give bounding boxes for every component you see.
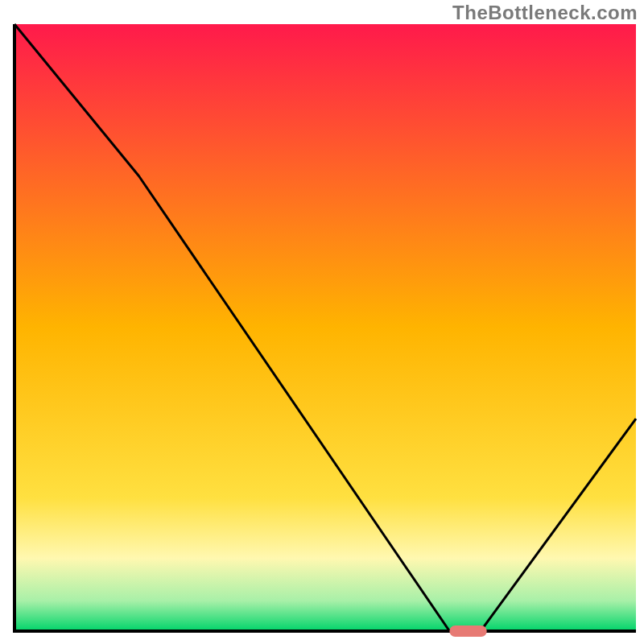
chart-frame: TheBottleneck.com <box>0 0 644 644</box>
plot-background <box>14 24 636 631</box>
optimal-range-marker <box>449 625 486 637</box>
bottleneck-chart <box>0 0 644 644</box>
